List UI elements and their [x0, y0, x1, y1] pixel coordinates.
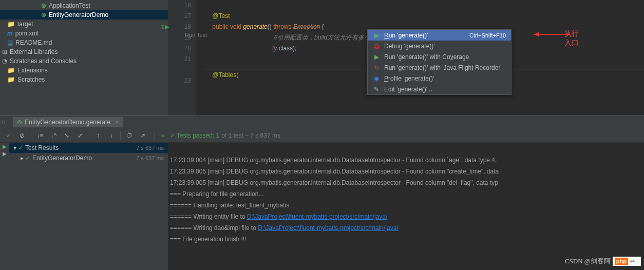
menu-label: Edit 'generate()'... [384, 86, 432, 93]
tree-label: README.md [15, 39, 52, 46]
tree-item-entity-generator-demo[interactable]: ⊚ EntityGeneratorDemo [0, 10, 168, 20]
pass-icon: ✓ [18, 144, 23, 151]
run-toolbar: ✓ ⊘ ↓≡ ↓ᴬ ⤡ ⤢ ↑ ↓ ⏱ ↗ » ✓ Tests passed: … [0, 128, 644, 143]
run-icon: ▶ [373, 32, 380, 39]
menu-coverage[interactable]: ▶ Run 'generate()' with Coverage [368, 51, 511, 62]
tree-item-readme[interactable]: ▤ README.md [0, 38, 168, 47]
test-icon: ⊚ [41, 11, 46, 18]
run-tab-label: EntityGeneratorDemo.generate [25, 119, 110, 126]
close-icon[interactable]: × [115, 119, 119, 126]
run-tabs-bar: n : ⊚ EntityGeneratorDemo.generate × [0, 116, 644, 128]
php-badge: php中▢ [613, 257, 641, 266]
run-tool-window: n : ⊚ EntityGeneratorDemo.generate × ✓ ⊘… [0, 115, 644, 270]
menu-run[interactable]: ▶ Run 'generate()' Ctrl+Shift+F10 [368, 30, 511, 41]
watermark-text: CSDN @剑客阿 [565, 257, 611, 266]
menu-shortcut: Ctrl+Shift+F10 [469, 32, 506, 38]
run-gutter-arrow-icon[interactable]: ⊚▶ [160, 22, 169, 32]
menu-label: Profile 'generate()' [384, 75, 434, 82]
folder-icon: 📁 [7, 67, 15, 74]
tests-info-label: of 1 test – 7 s 637 ms [221, 132, 280, 139]
expand-icon[interactable]: ▸ [21, 155, 24, 162]
menu-label: Run 'generate()' with Coverage [384, 53, 469, 61]
editor-gutter: 16 17 ⊚▶18 19 20 21 23 [168, 0, 196, 115]
bug-icon: 🐞 [373, 43, 380, 50]
menu-debug[interactable]: 🐞 Debug 'generate()' [368, 41, 511, 51]
console-link[interactable]: D:\JavaProject\fluent-mybatis-project/sr… [247, 213, 387, 220]
expand-icon[interactable]: ⤡ [61, 130, 72, 141]
run-hint-label: Run Test [185, 32, 207, 38]
test-node-label: Test Results [25, 144, 59, 151]
toggle-icon[interactable]: ⊘ [16, 130, 28, 141]
tree-item-target[interactable]: 📁 target [0, 20, 168, 29]
run-tab-icon: ⊚ [17, 119, 22, 126]
svg-marker-1 [534, 32, 539, 36]
tree-item-scratches[interactable]: 📁 Scratches [0, 75, 168, 84]
run-prefix: n : [2, 119, 9, 126]
markdown-icon: ▤ [7, 39, 13, 46]
console-output[interactable]: 17:23:39.004 [main] DEBUG org.mybatis.ge… [168, 143, 644, 270]
sort-alpha-icon[interactable]: ↓ᴬ [48, 130, 59, 141]
menu-label: Debug 'generate()' [384, 43, 435, 50]
context-menu: ▶ Run 'generate()' Ctrl+Shift+F10 🐞 Debu… [367, 29, 512, 95]
run-left-gutter: ▶ ▶ [0, 143, 9, 270]
flight-recorder-icon: ↻ [373, 64, 380, 71]
library-icon: ⊞ [2, 48, 7, 55]
code-editor[interactable]: 16 17 ⊚▶18 19 20 21 23 @Test public void… [168, 0, 644, 115]
test-results-child[interactable]: ▸ ✓ EntityGeneratorDemo 7 s 637 ms [9, 153, 168, 163]
up-icon[interactable]: ↑ [92, 130, 104, 141]
menu-jfr[interactable]: ↻ Run 'generate()' with 'Java Flight Rec… [368, 62, 511, 73]
export-icon[interactable]: ↗ [137, 130, 148, 141]
folder-icon: 📁 [7, 76, 15, 83]
collapse-icon[interactable]: ⤢ [74, 130, 86, 141]
run-tab-active[interactable]: ⊚ EntityGeneratorDemo.generate × [13, 117, 123, 127]
test-results-tree: ▾ ✓ Test Results 7 s 637 ms ▸ ✓ EntityGe… [9, 143, 168, 270]
pass-icon: ✓ [25, 155, 30, 162]
folder-icon: 📁 [7, 21, 15, 28]
tree-label: pom.xml [15, 30, 39, 37]
menu-profile[interactable]: ◉ Profile 'generate()' [368, 73, 511, 84]
maven-icon: m [7, 30, 13, 37]
tree-label: Scratches and Consoles [10, 57, 77, 65]
test-icon: ⊚ [41, 2, 46, 9]
tree-label: Extensions [17, 67, 48, 74]
tree-label: EntityGeneratorDemo [49, 11, 108, 18]
project-tree: ⊚ ApplicationTest ⊚ EntityGeneratorDemo … [0, 0, 168, 115]
tree-toggle-icon[interactable]: ▶ [3, 151, 7, 157]
test-node-label: EntityGeneratorDemo [32, 155, 92, 162]
tree-item-pom[interactable]: m pom.xml [0, 29, 168, 38]
coverage-icon: ▶ [373, 53, 380, 61]
edit-icon: ✎ [373, 86, 380, 93]
annotation-text: 执行入口 [564, 29, 585, 48]
console-link[interactable]: D:\JavaProject\fluent-mybatis-project/sr… [258, 224, 398, 232]
watermark: CSDN @剑客阿 php中▢ [565, 257, 641, 266]
check-icon[interactable]: ✓ [3, 130, 14, 141]
run-arrow-icon[interactable]: ▶ [3, 144, 7, 149]
tree-item-external-libraries[interactable]: ⊞ External Libraries [0, 47, 168, 56]
menu-label: Run 'generate()' with 'Java Flight Recor… [384, 64, 502, 71]
test-results-root[interactable]: ▾ ✓ Test Results 7 s 637 ms [9, 143, 168, 153]
tree-label: Scratches [17, 76, 45, 83]
test-time: 7 s 637 ms [136, 155, 164, 161]
sort-icon[interactable]: ↓≡ [34, 130, 46, 141]
clock-icon[interactable]: ⏱ [124, 130, 135, 141]
tree-label: External Libraries [10, 48, 58, 55]
expand-icon[interactable]: ▾ [13, 144, 16, 151]
menu-label: Run 'generate()' [384, 32, 428, 39]
test-time: 7 s 637 ms [136, 145, 164, 151]
tree-item-extensions[interactable]: 📁 Extensions [0, 66, 168, 75]
tests-passed-label: ✓ Tests passed: 1 [170, 132, 220, 139]
profile-icon: ◉ [373, 75, 380, 82]
status-check-icon: » [161, 132, 165, 139]
menu-edit[interactable]: ✎ Edit 'generate()'... [368, 84, 511, 94]
annotation-arrow: 执行入口 [534, 31, 585, 42]
scratch-icon: ◔ [2, 57, 7, 65]
tree-item-scratches-consoles[interactable]: ◔ Scratches and Consoles [0, 56, 168, 66]
down-icon[interactable]: ↓ [106, 130, 117, 141]
tree-item-application-test[interactable]: ⊚ ApplicationTest [0, 1, 168, 10]
tree-label: ApplicationTest [49, 2, 90, 9]
tree-label: target [17, 21, 33, 28]
